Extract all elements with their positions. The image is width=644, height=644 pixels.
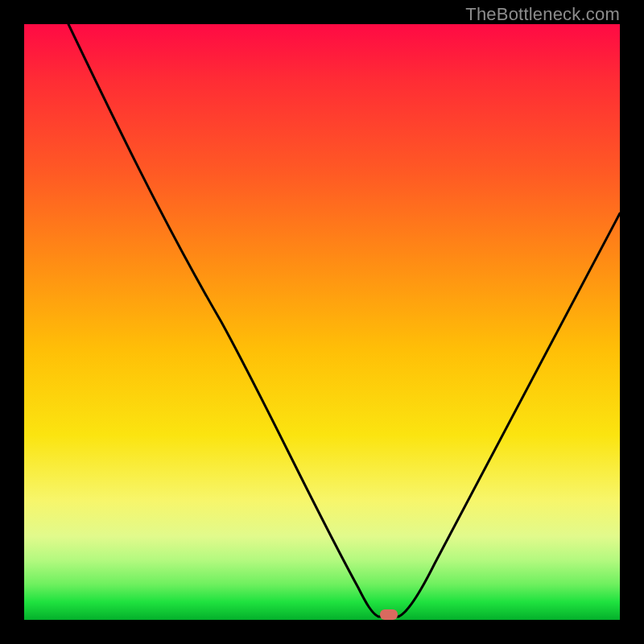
attribution-label: TheBottleneck.com xyxy=(465,4,620,25)
bottleneck-curve xyxy=(24,24,620,620)
plot-area xyxy=(24,24,620,620)
chart-viewport: TheBottleneck.com xyxy=(0,0,644,644)
curve-path xyxy=(68,24,620,617)
optimal-marker xyxy=(380,609,398,620)
